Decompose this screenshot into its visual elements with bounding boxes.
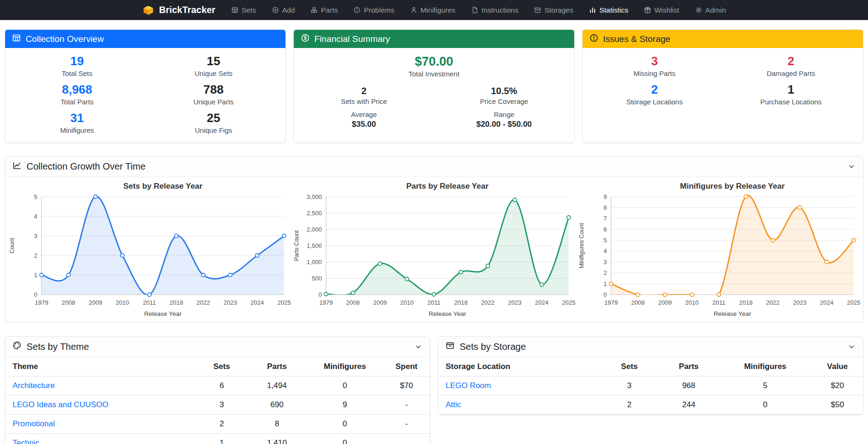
sets-by-storage-header: Sets by Storage [438, 337, 863, 357]
row-link-technic[interactable]: Technic [13, 438, 40, 444]
y-tick-label: 1 [34, 272, 37, 279]
nav-item-minifigures[interactable]: Minifigures [410, 7, 455, 14]
table-cell: 690 [247, 395, 307, 414]
table-cell [383, 433, 430, 444]
stat-label: Unique Parts [145, 98, 282, 106]
nav-item-sets[interactable]: Sets [231, 7, 256, 14]
summary-cards-row: Collection Overview 19Total Sets15Unique… [5, 29, 863, 143]
grid-icon [12, 34, 21, 42]
palette-icon [13, 341, 21, 350]
column-header-parts: Parts [659, 357, 719, 376]
stat-label: Unique Sets [145, 69, 282, 77]
table-cell: 244 [659, 395, 719, 414]
row-link-promotional[interactable]: Promotional [13, 419, 55, 428]
row-link-architecture[interactable]: Architecture [13, 381, 55, 390]
person-icon [410, 7, 417, 14]
nav-item-wishlist[interactable]: Wishlist [644, 7, 679, 14]
collection-overview-title: Collection Overview [26, 34, 104, 44]
x-tick-label: 2025 [847, 299, 860, 306]
grid-icon [231, 7, 238, 14]
chart-xlabel: Release Year [429, 310, 467, 317]
table-cell: 0 [307, 414, 383, 433]
svg-text:$: $ [304, 35, 307, 41]
table-row: LEGO Room39685$20 [438, 376, 863, 395]
column-header-minifigures: Minifigures [307, 357, 383, 376]
nav-items: SetsAddPartsProblemsMinifiguresInstructi… [231, 7, 726, 14]
nav-item-parts[interactable]: Parts [311, 7, 338, 14]
line-chart-parts-by-release-year: Parts by Release YearParts Count05001,00… [292, 181, 576, 321]
chart-ylabel: Minifigures Count [578, 223, 585, 268]
dollar-circle-icon: $ [301, 34, 310, 45]
stat-label: Missing Parts [586, 69, 723, 77]
y-tick-label: 0 [319, 291, 322, 298]
column-header-sets: Sets [600, 357, 659, 376]
stat-label: Range [434, 110, 574, 118]
plus-circle-icon [272, 7, 279, 14]
y-tick-label: 8 [604, 204, 607, 211]
row-link-lego-ideas-and-cuusoo[interactable]: LEGO Ideas and CUUSOO [13, 400, 108, 409]
growth-charts: Sets by Release YearCount012345197920082… [5, 177, 863, 322]
y-tick-label: 5 [34, 193, 37, 200]
table-row: Promotional280- [5, 414, 430, 433]
palette-icon [13, 341, 21, 352]
issues-storage-title: Issues & Storage [603, 34, 671, 44]
nav-item-add[interactable]: Add [272, 7, 295, 14]
sets-by-storage-card: Sets by Storage Storage LocationSetsPart… [438, 336, 863, 415]
lego-brick-logo-icon [142, 4, 155, 16]
x-tick-label: 2024 [535, 299, 549, 306]
table-cell: 2 [600, 395, 659, 414]
file-icon [471, 7, 478, 14]
x-tick-label: 2018 [739, 299, 753, 306]
stat-value: 15 [145, 55, 282, 68]
stat-label: Price Coverage [434, 97, 574, 105]
y-tick-label: 2,000 [307, 226, 322, 233]
table-cell: 0 [307, 433, 383, 444]
nav-item-storages[interactable]: Storages [534, 7, 573, 14]
table-cell: $70 [383, 376, 430, 395]
x-tick-label: 1979 [319, 299, 333, 306]
column-header-value: Value [812, 357, 863, 376]
x-tick-label: 2008 [62, 299, 75, 306]
nav-item-problems[interactable]: Problems [353, 7, 394, 14]
table-cell: 0 [307, 376, 383, 395]
stat-label: Sets with Price [294, 97, 434, 105]
row-link-lego-room[interactable]: LEGO Room [446, 381, 491, 390]
stat-value: 2 [723, 55, 859, 68]
chart-line-icon [13, 161, 21, 170]
theme-table-header-row: ThemeSetsPartsMinifiguresSpent [5, 357, 430, 376]
financial-summary-title: Financial Summary [314, 34, 390, 44]
x-tick-label: 2010 [115, 299, 129, 306]
nav-item-label: Wishlist [654, 7, 679, 14]
growth-collapse-chevron-down-icon[interactable] [848, 163, 855, 171]
column-header-theme: Theme [5, 357, 196, 376]
theme-collapse-chevron-down-icon[interactable] [414, 343, 422, 351]
row-link-attic[interactable]: Attic [446, 400, 461, 409]
nav-item-label: Statistics [599, 7, 628, 14]
total-investment-stat: $70.00 Total Investment [294, 48, 574, 78]
chart-title: Sets by Release Year [123, 182, 203, 191]
stat-label: Total Sets [9, 69, 145, 77]
issues-storage-stats: 3Missing Parts2Damaged Parts2Storage Loc… [583, 48, 863, 112]
table-cell: $20 [812, 376, 863, 395]
nav-item-instructions[interactable]: Instructions [471, 7, 518, 14]
table-row: Attic22440$50 [438, 395, 863, 414]
nav-item-admin[interactable]: Admin [695, 7, 726, 14]
storage-table-header-row: Storage LocationSetsPartsMinifiguresValu… [438, 357, 863, 376]
chevron-down-icon [414, 343, 422, 351]
x-tick-label: 2010 [400, 299, 414, 306]
brand[interactable]: BrickTracker [142, 4, 215, 16]
nav-item-statistics[interactable]: Statistics [589, 7, 628, 14]
exclamation-circle-icon [353, 7, 360, 14]
tables-row: Sets by Theme ThemeSetsPartsMinifiguresS… [5, 336, 863, 444]
x-tick-label: 1979 [604, 299, 617, 306]
stat-label: Total Parts [9, 98, 145, 106]
storage-collapse-chevron-down-icon[interactable] [848, 343, 855, 351]
financial-summary-header: $ Financial Summary [294, 30, 574, 48]
stat-label: Average [294, 110, 434, 118]
stat-value: 8,968 [9, 83, 145, 97]
column-header-parts: Parts [247, 357, 307, 376]
y-tick-label: 4 [34, 213, 37, 220]
y-tick-label: 7 [604, 215, 607, 222]
nav-item-label: Add [282, 7, 295, 14]
stat-price-coverage: 10.5%Price Coverage [434, 86, 574, 105]
